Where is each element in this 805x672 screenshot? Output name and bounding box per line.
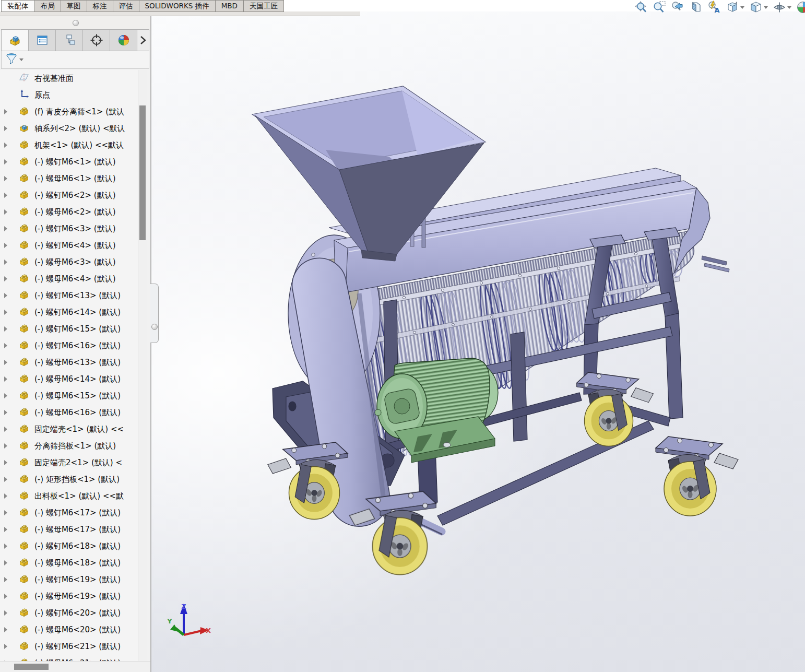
- tree-item-14[interactable]: (-) 螺钉M6<14> (默认): [0, 304, 140, 321]
- tree-item-7[interactable]: (-) 螺钉M6<2> (默认): [0, 187, 140, 204]
- tree-item-23[interactable]: 固定端壳2<1> (默认) <: [0, 454, 140, 471]
- expand-arrow-icon[interactable]: [0, 610, 11, 616]
- expand-arrow-icon[interactable]: [0, 326, 11, 332]
- expand-arrow-icon[interactable]: [0, 310, 11, 315]
- tree-item-31[interactable]: (-) 螺母M6<19> (默认): [0, 588, 140, 605]
- edit-appearance-icon[interactable]: [796, 1, 805, 14]
- zoom-to-fit-icon[interactable]: [634, 1, 648, 14]
- command-tab-4[interactable]: 评估: [113, 0, 139, 12]
- tree-vertical-scrollbar[interactable]: [138, 70, 147, 662]
- scrollbar-thumb[interactable]: [14, 664, 49, 670]
- tree-item-32[interactable]: (-) 螺钉M6<20> (默认): [0, 605, 140, 621]
- dropdown-arrow-icon[interactable]: [787, 6, 791, 9]
- tree-item-24[interactable]: (-) 矩形挡板<1> (默认): [0, 471, 140, 488]
- tree-item-34[interactable]: (-) 螺钉M6<21> (默认): [0, 638, 140, 655]
- command-tab-1[interactable]: 布局: [34, 0, 61, 12]
- expand-arrow-icon[interactable]: [0, 644, 11, 649]
- expand-arrow-icon[interactable]: [0, 209, 11, 215]
- expand-arrow-icon[interactable]: [0, 193, 11, 198]
- previous-view-icon[interactable]: [671, 1, 684, 14]
- expand-panel-tabs-icon[interactable]: [137, 30, 149, 51]
- command-tab-7[interactable]: 天国工匠: [243, 0, 284, 12]
- caster-wheel-3d[interactable]: [656, 437, 738, 516]
- expand-arrow-icon[interactable]: [0, 343, 11, 348]
- filter-dropdown-arrow-icon[interactable]: [19, 58, 23, 61]
- expand-arrow-icon[interactable]: [0, 577, 11, 582]
- expand-arrow-icon[interactable]: [0, 510, 11, 515]
- expand-arrow-icon[interactable]: [0, 243, 11, 248]
- tree-item-12[interactable]: (-) 螺母M6<4> (默认): [0, 270, 140, 287]
- section-view-icon[interactable]: [689, 1, 703, 14]
- splitter-grip-dot[interactable]: [151, 324, 158, 330]
- tree-item-20[interactable]: (-) 螺母M6<16> (默认): [0, 404, 140, 421]
- expand-arrow-icon[interactable]: [0, 260, 11, 265]
- dropdown-arrow-icon[interactable]: [740, 6, 744, 9]
- expand-arrow-icon[interactable]: [0, 544, 11, 549]
- tree-item-33[interactable]: (-) 螺母M6<20> (默认): [0, 621, 140, 638]
- tree-item-30[interactable]: (-) 螺钉M6<19> (默认): [0, 571, 140, 588]
- expand-arrow-icon[interactable]: [0, 109, 11, 114]
- expand-arrow-icon[interactable]: [0, 594, 11, 599]
- expand-arrow-icon[interactable]: [0, 143, 11, 148]
- expand-arrow-icon[interactable]: [0, 477, 11, 482]
- tab-dimxpertmanager[interactable]: [83, 30, 110, 51]
- display-style-icon[interactable]: [749, 1, 763, 14]
- expand-arrow-icon[interactable]: [0, 176, 11, 181]
- panel-top-splitter[interactable]: [0, 16, 150, 30]
- tree-item-6[interactable]: (-) 螺母M6<1> (默认): [0, 170, 140, 187]
- expand-arrow-icon[interactable]: [0, 443, 11, 449]
- expand-arrow-icon[interactable]: [0, 527, 11, 532]
- scrollbar-thumb[interactable]: [139, 105, 146, 240]
- dynamic-annotation-views-icon[interactable]: A: [707, 1, 721, 14]
- panel-splitter-handle[interactable]: [150, 284, 159, 343]
- expand-arrow-icon[interactable]: [0, 627, 11, 632]
- tab-featuremanager-design-tree[interactable]: [2, 30, 29, 51]
- tree-item-0[interactable]: 右视基准面: [0, 70, 140, 87]
- tab-displaymanager[interactable]: [110, 30, 137, 51]
- tree-item-9[interactable]: (-) 螺钉M6<3> (默认): [0, 220, 140, 237]
- hide-show-items-icon[interactable]: [773, 1, 786, 14]
- tree-horizontal-scrollbar[interactable]: [0, 661, 150, 672]
- command-tab-3[interactable]: 标注: [87, 0, 113, 12]
- tab-propertymanager[interactable]: [29, 30, 56, 51]
- expand-arrow-icon[interactable]: [0, 560, 11, 565]
- tree-item-3[interactable]: 轴系列<2> (默认) <默认: [0, 120, 140, 137]
- expand-arrow-icon[interactable]: [0, 293, 11, 298]
- drum-shaft-icon[interactable]: [702, 256, 729, 272]
- zoom-to-area-icon[interactable]: [653, 1, 666, 14]
- tree-item-29[interactable]: (-) 螺母M6<18> (默认): [0, 555, 140, 571]
- tree-item-25[interactable]: 出料板<1> (默认) <<默: [0, 488, 140, 504]
- dropdown-arrow-icon[interactable]: [764, 6, 768, 9]
- expand-arrow-icon[interactable]: [0, 393, 11, 398]
- viewport-3d-model[interactable]: Z Y X: [151, 11, 805, 672]
- graphics-viewport[interactable]: Z Y X: [151, 11, 805, 672]
- command-tab-0[interactable]: 装配体: [1, 0, 34, 12]
- tree-item-10[interactable]: (-) 螺钉M6<4> (默认): [0, 237, 140, 254]
- expand-arrow-icon[interactable]: [0, 410, 11, 415]
- expand-arrow-icon[interactable]: [0, 276, 11, 281]
- tree-item-11[interactable]: (-) 螺母M6<3> (默认): [0, 254, 140, 270]
- tree-item-22[interactable]: 分离筛挡板<1> (默认): [0, 438, 140, 454]
- expand-arrow-icon[interactable]: [0, 159, 11, 164]
- tree-item-17[interactable]: (-) 螺母M6<13> (默认): [0, 354, 140, 371]
- tree-item-4[interactable]: 机架<1> (默认) <<默认: [0, 137, 140, 154]
- tab-configurationmanager[interactable]: [56, 30, 83, 51]
- expand-arrow-icon[interactable]: [0, 493, 11, 499]
- tree-item-1[interactable]: 原点: [0, 87, 140, 103]
- expand-arrow-icon[interactable]: [0, 376, 11, 382]
- tree-item-19[interactable]: (-) 螺母M6<15> (默认): [0, 387, 140, 404]
- tree-item-2[interactable]: (f) 青皮分离筛<1> (默认: [0, 103, 140, 120]
- tree-item-13[interactable]: (-) 螺钉M6<13> (默认): [0, 287, 140, 304]
- tree-item-21[interactable]: 固定端壳<1> (默认) <<: [0, 421, 140, 438]
- expand-arrow-icon[interactable]: [0, 460, 11, 465]
- tree-item-26[interactable]: (-) 螺钉M6<17> (默认): [0, 504, 140, 521]
- command-tab-5[interactable]: SOLIDWORKS 插件: [139, 0, 215, 12]
- expand-arrow-icon[interactable]: [0, 126, 11, 131]
- tree-item-5[interactable]: (-) 螺钉M6<1> (默认): [0, 154, 140, 170]
- filter-funnel-icon[interactable]: [6, 53, 17, 67]
- command-tab-6[interactable]: MBD: [215, 0, 243, 12]
- tree-item-15[interactable]: (-) 螺钉M6<15> (默认): [0, 321, 140, 337]
- tree-item-16[interactable]: (-) 螺钉M6<16> (默认): [0, 337, 140, 354]
- tree-item-27[interactable]: (-) 螺母M6<17> (默认): [0, 521, 140, 538]
- tree-item-28[interactable]: (-) 螺钉M6<18> (默认): [0, 538, 140, 555]
